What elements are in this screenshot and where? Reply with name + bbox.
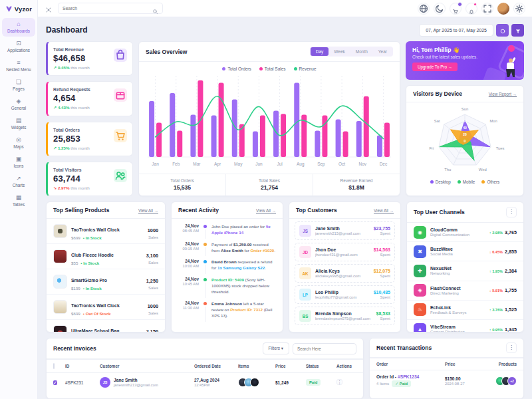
- upgrade-button[interactable]: Upgrade To Pro →: [412, 63, 458, 71]
- user-avatar[interactable]: [497, 3, 509, 15]
- channel-desc: Social Media: [430, 252, 478, 256]
- channel-row: ✚ NexusNet Networking ↑ 1.95% 2,384: [407, 261, 523, 281]
- sidebar-item[interactable]: ↗ Charts: [2, 172, 35, 191]
- select-all-checkbox[interactable]: [53, 363, 55, 369]
- sidebar-item[interactable]: ▣ Icons: [2, 153, 35, 172]
- period-tab[interactable]: Week: [329, 47, 350, 56]
- bell-button[interactable]: [466, 3, 477, 15]
- trend-arrow-icon: ↗: [53, 105, 57, 110]
- refresh-button[interactable]: [496, 24, 509, 37]
- row-actions-button[interactable]: ⋮: [336, 379, 342, 385]
- product-row: TaoTronics Wall Clock $699 Out Of Stock …: [47, 295, 165, 320]
- channel-change: ↑ 3.76%: [489, 308, 503, 312]
- radar-legend: DesktopMobileOthers: [406, 180, 523, 188]
- activity-item: 24,Nov 09:15 AM Payment of $1,250.00 rec…: [172, 239, 283, 257]
- legend-dot: [458, 180, 461, 184]
- sidebar-item[interactable]: ◈ General: [2, 95, 35, 114]
- stat-change: ↗ 0.45% this month: [53, 65, 127, 70]
- top-user-channels-card: Top User Channels ⋮ ◉ CloudComm Digital …: [406, 201, 524, 332]
- row-checkbox[interactable]: ✓: [53, 380, 57, 385]
- fullscreen-icon[interactable]: [481, 3, 493, 15]
- stock-status: In Stock: [80, 261, 99, 265]
- product-name: SmartGizmo Pro: [71, 278, 107, 283]
- product-price: $699: [71, 311, 80, 316]
- sidebar-item[interactable]: ❏ Pages: [2, 76, 35, 94]
- channel-row: ♨ EchoLink Feedback & Surveys ↑ 3.76% 1,…: [407, 301, 523, 320]
- status-badge: ✓ Paid: [392, 380, 411, 387]
- sidebar-item-label: Icons: [2, 164, 35, 168]
- view-all-link[interactable]: View All →: [256, 208, 276, 213]
- sidebar: Vyzor ⌂ Dashboards ⊡ Applications ≡ Nest…: [0, 0, 38, 399]
- sidebar-item[interactable]: ◎ Maps: [2, 134, 35, 152]
- customer-email: aliciakeys995@gmail.com: [315, 274, 370, 278]
- stat-cards: Total Revenue $46,658 ↗ 0.45% this month…: [46, 41, 133, 196]
- product-name: UltraMaze School Bag: [71, 329, 119, 332]
- period-tab[interactable]: Day: [311, 47, 329, 56]
- globe-icon[interactable]: [418, 3, 430, 15]
- notification-dot: [473, 3, 477, 6]
- stat-card: Total Orders 25,853 ↗ 1.25% this month: [46, 122, 133, 156]
- channel-name: EchoLink: [430, 305, 478, 310]
- legend-item: Total Sales: [259, 66, 286, 71]
- view-all-link[interactable]: View All →: [138, 208, 158, 213]
- customer-avatar: BS: [299, 310, 311, 322]
- transaction-date: 2024-08-27: [445, 382, 486, 386]
- channel-name: NexusNet: [430, 266, 478, 271]
- global-search[interactable]: [58, 3, 163, 14]
- legend-item: Total Orders: [222, 66, 251, 71]
- svg-text:Nov: Nov: [358, 162, 366, 166]
- activity-text: Product ID: 5409 (Sony WH-1000XM5) stock…: [211, 277, 277, 298]
- ordered-date: 27,Aug 2024: [194, 378, 238, 382]
- card-title: Top Selling Products: [53, 207, 109, 213]
- sidebar-item[interactable]: ▦ Tables: [2, 192, 35, 210]
- vyzor-logo-icon: [5, 5, 13, 13]
- more-options-button[interactable]: ⋮: [506, 207, 517, 217]
- customer-avatar: JS: [299, 225, 311, 237]
- table-search-input[interactable]: [293, 343, 356, 354]
- date-range-picker[interactable]: 07, Apr 2025 to 07, May 2025: [419, 24, 493, 37]
- period-tab[interactable]: Month: [350, 47, 373, 56]
- sidebar-item[interactable]: ⌂ Dashboards: [2, 18, 35, 37]
- customer-list: JS Jane Smith janesmith215@gmail.com $23…: [289, 219, 400, 325]
- activity-text: Payment of $1,250.00 received from Alice…: [211, 241, 277, 257]
- channel-icon: ✚: [414, 265, 426, 277]
- more-options-button[interactable]: ⋮: [506, 342, 517, 353]
- customer-email: janesmith213@gmail.com: [114, 383, 158, 387]
- sidebar-item[interactable]: ▤ Widgets: [2, 114, 35, 133]
- search-input[interactable]: [63, 6, 152, 11]
- filters-dropdown[interactable]: Filters ▾: [263, 342, 289, 354]
- product-sales: 1,250: [146, 278, 158, 284]
- recent-activity-card: Recent Activity View All → 24,Nov 08:45 …: [171, 201, 283, 332]
- product-image: [53, 325, 67, 332]
- sidebar-item-label: Charts: [2, 183, 35, 188]
- sales-bar-chart: JanFebMarAprMayJunJulAugSepOctNovDec: [145, 72, 394, 172]
- channel-desc: Digital Communication: [430, 233, 478, 237]
- svg-text:Jul: Jul: [277, 162, 283, 166]
- view-all-link[interactable]: View All →: [374, 208, 394, 213]
- sidebar-item[interactable]: ≡ Nested Menu: [2, 57, 35, 75]
- sidebar-item[interactable]: ⊡ Applications: [2, 37, 35, 56]
- filter-button[interactable]: [511, 24, 524, 37]
- product-sales: 2,150: [146, 329, 158, 332]
- activity-item: 24,Nov 08:45 AM John Doe placed an order…: [172, 221, 283, 239]
- cart-button[interactable]: [450, 3, 462, 15]
- period-tab[interactable]: Year: [373, 47, 392, 56]
- moon-icon[interactable]: [434, 3, 446, 15]
- gear-icon[interactable]: [513, 3, 525, 15]
- view-report-link[interactable]: View Report →: [489, 92, 517, 96]
- svg-text:Oct: Oct: [338, 162, 345, 166]
- sidebar-item-icon: ❏: [2, 78, 35, 85]
- svg-text:Jun: Jun: [255, 162, 263, 166]
- invoice-table-header: ID Customer Ordered Date Items Price Sta…: [47, 359, 363, 373]
- close-icon[interactable]: [45, 5, 53, 13]
- more-products-badge: +2: [507, 376, 517, 386]
- top-header: [38, 0, 532, 17]
- sidebar-item-label: Pages: [2, 86, 35, 91]
- customer-spent: $8,533: [376, 311, 390, 316]
- recent-invoices-card: Recent Invoices Filters ▾ ID Customer Or…: [46, 338, 364, 399]
- stat-icon: [114, 88, 127, 102]
- product-thumb: [250, 378, 259, 387]
- brand[interactable]: Vyzor: [0, 0, 37, 17]
- activity-text: John Doe placed an order for 5x Apple iP…: [211, 223, 277, 239]
- stat-icon: [114, 169, 127, 182]
